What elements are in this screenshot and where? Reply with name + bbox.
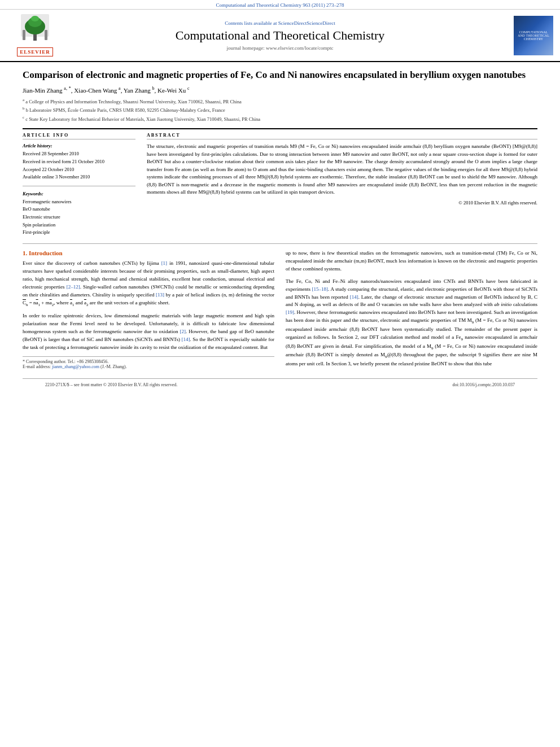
journal-title: Computational and Theoretical Chemistry [63,28,497,43]
keywords-label: Keywords: [23,191,135,196]
info-divider [23,186,135,186]
author-aff-c: c [187,86,190,91]
svg-rect-5 [23,30,25,40]
footnote-asterisk: * Corresponding author. Tel.: +86 298530… [23,359,274,364]
article-info-abstract: ARTICLE INFO Article history: Received 2… [23,133,537,236]
cover-text: COMPUTATIONAL AND THEORETICAL CHEMISTRY [516,30,551,41]
author-aff-a1: a, [64,86,67,91]
copyright-text: © 2010 Elsevier B.V. All rights reserved… [147,200,537,206]
ref-19-link[interactable]: [19] [286,309,294,315]
email-name: (J.-M. Zhang). [100,364,127,369]
author-yan: Yan Zhang [124,87,151,94]
sciencedirect-label: ScienceDirect [278,20,307,26]
page-footer: 2210-271X/$ – see front matter © 2010 El… [23,378,537,391]
sciencedirect-name: ScienceDirect [307,20,335,26]
ref-1-link[interactable]: [1] [161,260,168,266]
svg-rect-1 [33,34,37,41]
intro-heading: 1. Introduction [23,250,274,256]
intro-para-2: In order to realize spintronic devices, … [23,312,274,352]
affiliations: a a College of Physics and Information T… [23,97,537,123]
article-info-label: ARTICLE INFO [23,133,135,139]
author-aff-b: b [152,86,155,91]
elsevier-wordmark: ELSEVIER [17,47,53,56]
doi-text: doi:10.1016/j.comptc.2010.10.037 [453,382,515,387]
ref-13-link[interactable]: [13] [156,292,164,298]
author-xiaochan: Xiao-Chen Wang [74,87,117,94]
footnote-section: * Corresponding author. Tel.: +86 298530… [23,356,274,369]
email-label: E-mail address: [23,364,52,369]
body-divider [23,243,537,244]
issn-text: 2210-271X/$ – see front matter © 2010 El… [45,382,177,387]
contents-text: Contents lists available at [225,20,277,26]
affiliation-a: a a College of Physics and Information T… [23,97,537,106]
author-asterisk: * [69,86,71,91]
keyword-1: Ferromagnetic nanowires [23,198,135,206]
article-dates: Received 28 September 2010 Received in r… [23,150,135,181]
article-title: Comparison of electronic and magnetic pr… [23,69,537,81]
elsevier-logo-section: ELSEVIER [7,14,63,56]
affiliation-c: c c State Key Laboratory for Mechanical … [23,115,537,123]
ref-14-link[interactable]: [14] [181,337,190,342]
elsevier-tree-icon [18,14,52,45]
article-info-column: ARTICLE INFO Article history: Received 2… [23,133,135,236]
ref-15-18-link[interactable]: [15–18] [312,286,329,292]
article-history-label: Article history: [23,143,135,148]
abstract-label: ABSTRACT [147,133,537,139]
affiliation-b: b b Laboratoire SPMS, École Centrale Par… [23,106,537,114]
journal-homepage: journal homepage: www.elsevier.com/locat… [63,45,497,51]
received-date: Received 28 September 2010 [23,150,135,158]
svg-rect-6 [45,30,47,40]
ref-2-12-link[interactable]: [2–12] [67,284,80,290]
accepted-date: Accepted 22 October 2010 [23,166,135,174]
journal-header: ELSEVIER Contents lists available at Sci… [0,10,560,62]
ref-14b-link[interactable]: [14] [350,294,358,300]
journal-cover-image: COMPUTATIONAL AND THEORETICAL CHEMISTRY [514,16,553,55]
abstract-text: The structure, electronic and magnetic p… [147,143,537,196]
footnote-email: E-mail address: jianm_zhang@yahoo.com (J… [23,364,274,369]
email-link[interactable]: jianm_zhang@yahoo.com [52,364,99,369]
intro-col-left: 1. Introduction Ever since the discovery… [23,250,274,373]
author-jianmin: Jian-Min Zhang [23,87,63,94]
author-aff-a2: a [119,86,121,91]
introduction-section: 1. Introduction Ever since the discovery… [23,250,537,373]
authors-line: Jian-Min Zhang a, *, Xiao-Chen Wang a, Y… [23,86,537,94]
revised-date: Received in revised form 21 October 2010 [23,158,135,166]
intro-para-4: The Fe, Co, Ni and Fe–Ni alloy nanorods/… [286,278,537,368]
sciencedirect-link[interactable]: Contents lists available at ScienceDirec… [63,20,497,26]
intro-col-right: up to now, there is few theoretical stud… [286,250,537,373]
keywords-list: Ferromagnetic nanowires BeO nanotube Ele… [23,198,135,237]
intro-para-3: up to now, there is few theoretical stud… [286,250,537,273]
header-divider [23,128,537,129]
article-content: Comparison of electronic and magnetic pr… [0,62,560,397]
journal-cover-section: COMPUTATIONAL AND THEORETICAL CHEMISTRY [497,16,553,55]
keyword-5: First-principle [23,229,135,237]
intro-para-1: Ever since the discovery of carbon nanot… [23,260,274,308]
svg-point-4 [31,16,39,21]
available-date: Available online 3 November 2010 [23,173,135,181]
ref-2-link[interactable]: [2] [180,329,186,334]
keyword-4: Spin polarization [23,221,135,229]
keyword-3: Electronic structure [23,213,135,221]
journal-ref-text: Computational and Theoretical Chemistry … [216,2,344,8]
author-kewei: Ke-Wei Xu [158,87,186,94]
journal-center-info: Contents lists available at ScienceDirec… [63,20,497,51]
abstract-column: ABSTRACT The structure, electronic and m… [147,133,537,236]
journal-reference-bar: Computational and Theoretical Chemistry … [0,0,560,10]
keyword-2: BeO nanotube [23,206,135,213]
